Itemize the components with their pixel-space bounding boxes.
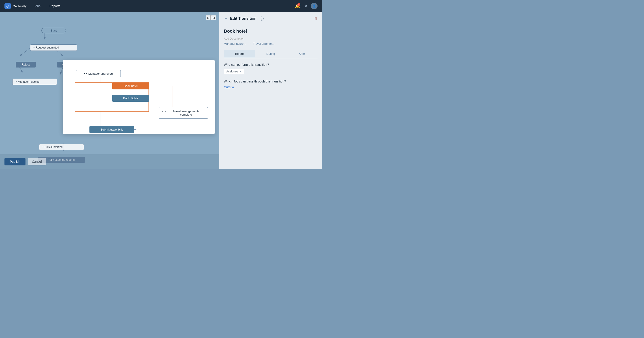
transition-path-arrow: → bbox=[248, 42, 251, 46]
help-icon[interactable]: ? bbox=[260, 16, 264, 20]
tab-during[interactable]: During bbox=[255, 50, 286, 58]
panel-title: Edit Transition bbox=[230, 16, 256, 21]
transition-name: Book hotel bbox=[224, 28, 318, 34]
node-reject[interactable]: Reject bbox=[16, 62, 36, 68]
criteria-link[interactable]: Criteria bbox=[224, 86, 318, 89]
who-label: Who can perform this transition? bbox=[224, 63, 318, 66]
notification-badge: 4 bbox=[297, 3, 300, 6]
navbar-right: 🔔 4 ✕ 👤 bbox=[294, 3, 318, 10]
node-manager-approved[interactable]: • Manager approved bbox=[76, 70, 121, 77]
transition-to: Travel arrange… bbox=[253, 42, 274, 46]
zoom-controls: ⊞ ⊟ bbox=[206, 15, 216, 20]
tab-before[interactable]: Before bbox=[224, 50, 255, 58]
brand[interactable]: ◎ Orchestly bbox=[4, 3, 26, 9]
which-jobs-label: Which Jobs can pass through this transit… bbox=[224, 80, 318, 83]
transition-path: Manager appro… → Travel arrange… bbox=[224, 42, 318, 46]
avatar[interactable]: 👤 bbox=[311, 3, 318, 10]
nav-reports[interactable]: Reports bbox=[48, 3, 62, 9]
zoom-collapse[interactable]: ⊟ bbox=[211, 15, 216, 20]
chip-close-icon[interactable]: ✕ bbox=[240, 70, 242, 73]
node-submit-travel-bills[interactable]: Submit travel bills bbox=[90, 126, 134, 133]
navbar: ◎ Orchestly Jobs Reports 🔔 4 ✕ 👤 bbox=[0, 0, 322, 12]
assignee-chip: Assignee ✕ bbox=[224, 69, 244, 74]
transition-from: Manager appro… bbox=[224, 42, 246, 46]
node-manager-rejected[interactable]: Manager rejected bbox=[12, 79, 57, 85]
node-bills-submitted[interactable]: Bills submitted bbox=[39, 144, 84, 150]
tab-after[interactable]: After bbox=[286, 50, 318, 58]
panel-tabs: Before During After bbox=[224, 50, 318, 58]
node-book-flights[interactable]: Book flights bbox=[112, 95, 149, 102]
node-book-hotel[interactable]: Book hotel bbox=[112, 82, 149, 90]
logo-icon: ◎ bbox=[4, 3, 11, 9]
publish-button[interactable]: Publish bbox=[4, 158, 26, 166]
cancel-button[interactable]: Cancel bbox=[28, 158, 46, 166]
brand-name: Orchestly bbox=[12, 4, 26, 8]
zoom-expand[interactable]: ⊞ bbox=[206, 15, 211, 20]
canvas-modal: • Manager approved Book hotel Book fligh… bbox=[62, 60, 215, 134]
node-travel-arrangements[interactable]: • Travel arrangements complete bbox=[159, 107, 208, 119]
main-area: ⊞ ⊟ bbox=[0, 12, 322, 169]
add-description-label[interactable]: Add Description bbox=[224, 37, 318, 40]
delete-icon[interactable]: 🗑 bbox=[314, 16, 318, 20]
canvas-area[interactable]: ⊞ ⊟ bbox=[0, 12, 219, 169]
svg-line-1 bbox=[20, 48, 30, 56]
notification-button[interactable]: 🔔 4 bbox=[294, 3, 301, 10]
assignee-label: Assignee bbox=[226, 70, 238, 73]
node-request-submitted[interactable]: Request submitted bbox=[30, 44, 77, 51]
panel-header: ← Edit Transition ? 🗑 bbox=[219, 12, 322, 24]
back-button[interactable]: ← bbox=[224, 16, 228, 21]
close-icon[interactable]: ✕ bbox=[304, 4, 307, 8]
bottom-bar: Publish Cancel bbox=[0, 154, 219, 169]
right-panel: ← Edit Transition ? 🗑 Book hotel Add Des… bbox=[219, 12, 322, 169]
node-start[interactable]: Start bbox=[41, 28, 66, 33]
panel-body: Book hotel Add Description Manager appro… bbox=[219, 24, 322, 169]
nav-jobs[interactable]: Jobs bbox=[32, 3, 42, 9]
